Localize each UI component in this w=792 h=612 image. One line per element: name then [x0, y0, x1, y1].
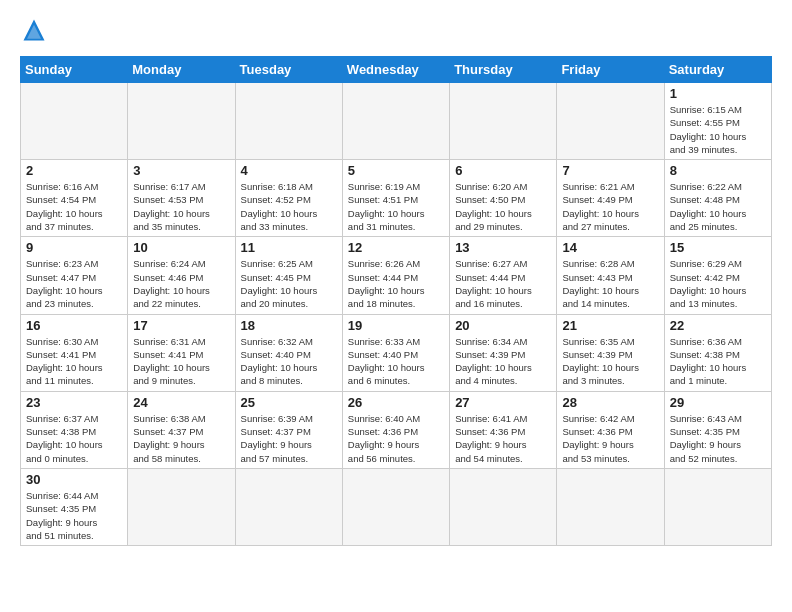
day-info: Sunrise: 6:37 AM Sunset: 4:38 PM Dayligh… — [26, 412, 122, 465]
day-cell — [342, 83, 449, 160]
day-number: 6 — [455, 163, 551, 178]
day-cell: 20Sunrise: 6:34 AM Sunset: 4:39 PM Dayli… — [450, 314, 557, 391]
day-number: 8 — [670, 163, 766, 178]
day-info: Sunrise: 6:44 AM Sunset: 4:35 PM Dayligh… — [26, 489, 122, 542]
day-info: Sunrise: 6:21 AM Sunset: 4:49 PM Dayligh… — [562, 180, 658, 233]
weekday-header-tuesday: Tuesday — [235, 57, 342, 83]
weekday-header-friday: Friday — [557, 57, 664, 83]
day-cell — [235, 468, 342, 545]
day-info: Sunrise: 6:20 AM Sunset: 4:50 PM Dayligh… — [455, 180, 551, 233]
day-number: 13 — [455, 240, 551, 255]
weekday-header-saturday: Saturday — [664, 57, 771, 83]
day-info: Sunrise: 6:35 AM Sunset: 4:39 PM Dayligh… — [562, 335, 658, 388]
day-cell: 18Sunrise: 6:32 AM Sunset: 4:40 PM Dayli… — [235, 314, 342, 391]
day-info: Sunrise: 6:42 AM Sunset: 4:36 PM Dayligh… — [562, 412, 658, 465]
day-cell: 26Sunrise: 6:40 AM Sunset: 4:36 PM Dayli… — [342, 391, 449, 468]
day-number: 14 — [562, 240, 658, 255]
day-info: Sunrise: 6:41 AM Sunset: 4:36 PM Dayligh… — [455, 412, 551, 465]
day-number: 20 — [455, 318, 551, 333]
day-info: Sunrise: 6:23 AM Sunset: 4:47 PM Dayligh… — [26, 257, 122, 310]
day-cell — [450, 83, 557, 160]
weekday-header-sunday: Sunday — [21, 57, 128, 83]
day-cell: 9Sunrise: 6:23 AM Sunset: 4:47 PM Daylig… — [21, 237, 128, 314]
day-cell: 12Sunrise: 6:26 AM Sunset: 4:44 PM Dayli… — [342, 237, 449, 314]
day-number: 25 — [241, 395, 337, 410]
day-number: 15 — [670, 240, 766, 255]
day-number: 1 — [670, 86, 766, 101]
day-cell — [557, 83, 664, 160]
day-number: 19 — [348, 318, 444, 333]
day-cell: 25Sunrise: 6:39 AM Sunset: 4:37 PM Dayli… — [235, 391, 342, 468]
week-row-4: 16Sunrise: 6:30 AM Sunset: 4:41 PM Dayli… — [21, 314, 772, 391]
day-cell: 4Sunrise: 6:18 AM Sunset: 4:52 PM Daylig… — [235, 160, 342, 237]
day-info: Sunrise: 6:27 AM Sunset: 4:44 PM Dayligh… — [455, 257, 551, 310]
day-number: 10 — [133, 240, 229, 255]
week-row-2: 2Sunrise: 6:16 AM Sunset: 4:54 PM Daylig… — [21, 160, 772, 237]
day-cell — [450, 468, 557, 545]
day-number: 29 — [670, 395, 766, 410]
day-info: Sunrise: 6:19 AM Sunset: 4:51 PM Dayligh… — [348, 180, 444, 233]
day-number: 16 — [26, 318, 122, 333]
day-cell: 27Sunrise: 6:41 AM Sunset: 4:36 PM Dayli… — [450, 391, 557, 468]
day-number: 18 — [241, 318, 337, 333]
day-info: Sunrise: 6:36 AM Sunset: 4:38 PM Dayligh… — [670, 335, 766, 388]
day-info: Sunrise: 6:34 AM Sunset: 4:39 PM Dayligh… — [455, 335, 551, 388]
day-info: Sunrise: 6:15 AM Sunset: 4:55 PM Dayligh… — [670, 103, 766, 156]
day-info: Sunrise: 6:33 AM Sunset: 4:40 PM Dayligh… — [348, 335, 444, 388]
weekday-header-monday: Monday — [128, 57, 235, 83]
day-number: 12 — [348, 240, 444, 255]
day-number: 24 — [133, 395, 229, 410]
day-info: Sunrise: 6:30 AM Sunset: 4:41 PM Dayligh… — [26, 335, 122, 388]
day-number: 21 — [562, 318, 658, 333]
day-number: 17 — [133, 318, 229, 333]
day-cell — [128, 468, 235, 545]
day-cell: 13Sunrise: 6:27 AM Sunset: 4:44 PM Dayli… — [450, 237, 557, 314]
day-number: 2 — [26, 163, 122, 178]
day-number: 5 — [348, 163, 444, 178]
day-info: Sunrise: 6:22 AM Sunset: 4:48 PM Dayligh… — [670, 180, 766, 233]
day-cell: 30Sunrise: 6:44 AM Sunset: 4:35 PM Dayli… — [21, 468, 128, 545]
day-number: 7 — [562, 163, 658, 178]
day-cell: 29Sunrise: 6:43 AM Sunset: 4:35 PM Dayli… — [664, 391, 771, 468]
weekday-header-wednesday: Wednesday — [342, 57, 449, 83]
day-cell — [235, 83, 342, 160]
logo-icon — [20, 16, 48, 44]
day-number: 30 — [26, 472, 122, 487]
day-cell: 5Sunrise: 6:19 AM Sunset: 4:51 PM Daylig… — [342, 160, 449, 237]
day-cell: 21Sunrise: 6:35 AM Sunset: 4:39 PM Dayli… — [557, 314, 664, 391]
day-number: 26 — [348, 395, 444, 410]
day-info: Sunrise: 6:31 AM Sunset: 4:41 PM Dayligh… — [133, 335, 229, 388]
week-row-1: 1Sunrise: 6:15 AM Sunset: 4:55 PM Daylig… — [21, 83, 772, 160]
day-cell: 14Sunrise: 6:28 AM Sunset: 4:43 PM Dayli… — [557, 237, 664, 314]
day-info: Sunrise: 6:18 AM Sunset: 4:52 PM Dayligh… — [241, 180, 337, 233]
day-cell: 17Sunrise: 6:31 AM Sunset: 4:41 PM Dayli… — [128, 314, 235, 391]
day-number: 27 — [455, 395, 551, 410]
day-cell: 19Sunrise: 6:33 AM Sunset: 4:40 PM Dayli… — [342, 314, 449, 391]
day-info: Sunrise: 6:39 AM Sunset: 4:37 PM Dayligh… — [241, 412, 337, 465]
day-cell: 8Sunrise: 6:22 AM Sunset: 4:48 PM Daylig… — [664, 160, 771, 237]
logo — [20, 16, 52, 44]
day-cell: 16Sunrise: 6:30 AM Sunset: 4:41 PM Dayli… — [21, 314, 128, 391]
day-number: 22 — [670, 318, 766, 333]
weekday-header-thursday: Thursday — [450, 57, 557, 83]
day-cell — [557, 468, 664, 545]
calendar-table: SundayMondayTuesdayWednesdayThursdayFrid… — [20, 56, 772, 546]
day-cell: 7Sunrise: 6:21 AM Sunset: 4:49 PM Daylig… — [557, 160, 664, 237]
day-number: 4 — [241, 163, 337, 178]
day-cell: 6Sunrise: 6:20 AM Sunset: 4:50 PM Daylig… — [450, 160, 557, 237]
day-info: Sunrise: 6:38 AM Sunset: 4:37 PM Dayligh… — [133, 412, 229, 465]
day-cell: 2Sunrise: 6:16 AM Sunset: 4:54 PM Daylig… — [21, 160, 128, 237]
day-cell: 24Sunrise: 6:38 AM Sunset: 4:37 PM Dayli… — [128, 391, 235, 468]
day-number: 9 — [26, 240, 122, 255]
day-cell: 1Sunrise: 6:15 AM Sunset: 4:55 PM Daylig… — [664, 83, 771, 160]
header — [20, 16, 772, 44]
day-info: Sunrise: 6:25 AM Sunset: 4:45 PM Dayligh… — [241, 257, 337, 310]
day-number: 28 — [562, 395, 658, 410]
day-cell: 11Sunrise: 6:25 AM Sunset: 4:45 PM Dayli… — [235, 237, 342, 314]
day-cell — [21, 83, 128, 160]
day-info: Sunrise: 6:32 AM Sunset: 4:40 PM Dayligh… — [241, 335, 337, 388]
calendar-page: SundayMondayTuesdayWednesdayThursdayFrid… — [0, 0, 792, 612]
day-cell: 23Sunrise: 6:37 AM Sunset: 4:38 PM Dayli… — [21, 391, 128, 468]
day-info: Sunrise: 6:43 AM Sunset: 4:35 PM Dayligh… — [670, 412, 766, 465]
day-cell: 28Sunrise: 6:42 AM Sunset: 4:36 PM Dayli… — [557, 391, 664, 468]
